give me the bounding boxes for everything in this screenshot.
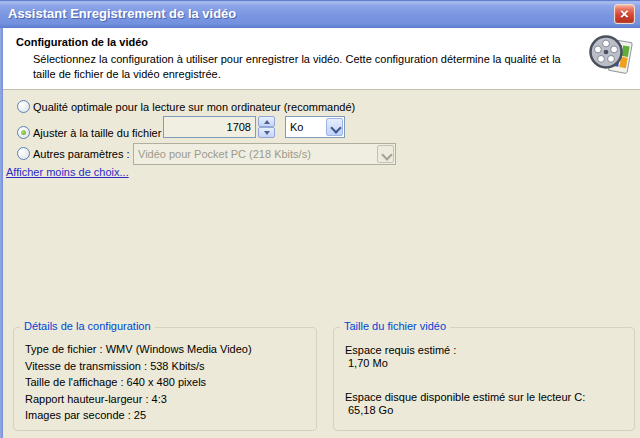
detail-line-aspect-ratio: Rapport hauteur-largeur : 4:3 — [25, 391, 312, 408]
video-file-size-title: Taille du fichier vidéo — [340, 320, 450, 332]
configuration-details-content: Type de fichier : WMV (Windows Media Vid… — [25, 341, 312, 424]
close-icon: × — [615, 5, 634, 22]
detail-line-display-size: Taille de l'affichage : 640 x 480 pixels — [25, 374, 312, 391]
radio-other-settings[interactable] — [17, 147, 30, 160]
chevron-down-icon — [381, 149, 392, 160]
space-available-label: Espace disque disponible estimé sur le l… — [345, 391, 585, 403]
detail-line-fps: Images par seconde : 25 — [25, 407, 312, 424]
spin-up-button[interactable] — [258, 116, 275, 127]
space-required-label: Espace requis estimé : — [345, 344, 456, 356]
detail-line-file-type: Type de fichier : WMV (Windows Media Vid… — [25, 341, 312, 358]
close-button[interactable]: × — [614, 4, 635, 24]
unit-select[interactable]: Ko — [285, 116, 345, 138]
page-title: Configuration de la vidéo — [16, 36, 148, 48]
show-fewer-choices-link[interactable]: Afficher moins de choix... — [6, 166, 129, 178]
titlebar[interactable]: Assistant Enregistrement de la vidéo × — [0, 0, 640, 28]
chevron-down-icon — [330, 122, 341, 133]
video-file-size-group: Taille du fichier vidéo Espace requis es… — [333, 327, 635, 431]
file-size-input[interactable] — [163, 116, 256, 138]
space-available-value: 65,18 Go — [348, 404, 393, 416]
radio-other-settings-label[interactable]: Autres paramètres : — [33, 148, 130, 161]
file-size-spinner — [258, 116, 275, 138]
spin-down-button[interactable] — [258, 127, 275, 138]
preset-select-value: Vidéo pour Pocket PC (218 Kbits/s) — [138, 148, 311, 160]
page-description: Sélectionnez la configuration à utiliser… — [33, 52, 585, 82]
arrow-down-icon — [264, 131, 270, 135]
wizard-header: Configuration de la vidéo Sélectionnez l… — [3, 28, 640, 90]
unit-select-value: Ko — [290, 121, 303, 133]
unit-select-dropdown-button[interactable] — [326, 118, 343, 136]
wizard-dialog: Assistant Enregistrement de la vidéo × C… — [0, 0, 640, 438]
window-title: Assistant Enregistrement de la vidéo — [8, 0, 236, 27]
arrow-up-icon — [264, 120, 270, 124]
radio-best-quality-label[interactable]: Qualité optimale pour la lecture sur mon… — [33, 101, 355, 114]
configuration-details-title: Détails de la configuration — [20, 320, 155, 332]
preset-select-dropdown-button — [377, 145, 394, 163]
preset-select: Vidéo pour Pocket PC (218 Kbits/s) — [133, 143, 396, 165]
radio-fit-file-size[interactable] — [17, 126, 30, 139]
configuration-details-group: Détails de la configuration Type de fich… — [13, 327, 317, 431]
radio-best-quality[interactable] — [17, 100, 30, 113]
space-required-value: 1,70 Mo — [348, 357, 388, 369]
radio-fit-file-size-label[interactable]: Ajuster à la taille du fichier : — [33, 127, 168, 140]
movie-maker-icon — [589, 32, 635, 82]
detail-line-bitrate: Vitesse de transmission : 538 Kbits/s — [25, 358, 312, 375]
